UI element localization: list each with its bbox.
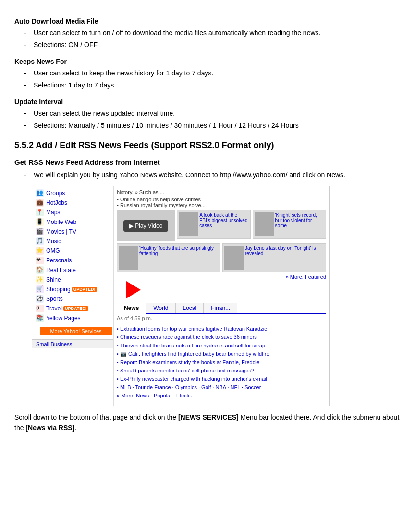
fbi-img: [179, 212, 198, 236]
keeps-news-bullets: - User can select to keep the news histo…: [24, 68, 401, 90]
nav-item-realestate[interactable]: 🏠 Real Estate: [32, 265, 113, 275]
news-item-8: ▪ MLB · Tour de France · Olympics · Golf…: [117, 384, 326, 391]
news-link-3[interactable]: ▪ Thieves steal the brass nuts off fire …: [117, 343, 265, 348]
auto-download-section: Auto Download Media File - User can sele…: [14, 17, 401, 50]
yahoo-nav: 👥 Groups 💼 HotJobs 📍 Maps 📱 Mobile Web 🎬: [32, 186, 329, 406]
music-link[interactable]: Music: [46, 238, 61, 245]
right-bullets: • Online hangouts help solve crimes • Ru…: [117, 197, 326, 208]
update-interval-bullets: - User can select the news updated inter…: [24, 109, 401, 131]
nav-item-travel[interactable]: ✈ Travel UPDATED!: [32, 304, 113, 313]
maps-icon: 📍: [36, 209, 44, 216]
sports-icon: ⚽: [36, 295, 44, 303]
leno-article-box: Jay Leno's last day on 'Tonight' is reve…: [222, 243, 326, 272]
get-rss-section: Get RSS News Feed Address from Internet …: [14, 158, 401, 406]
hotjobs-link[interactable]: HotJobs: [46, 199, 67, 206]
news-services-highlight: [NEWS SERVICES]: [178, 413, 239, 421]
yahoo-screenshot: 👥 Groups 💼 HotJobs 📍 Maps 📱 Mobile Web 🎬: [32, 186, 330, 406]
news-item-2: ▪ Chinese rescuers race against the cloc…: [117, 334, 326, 341]
featured-row-2: 'Healthy' foods that are surprisingly fa…: [117, 243, 326, 272]
more-featured: » More: Featured: [117, 274, 326, 280]
tab-finance[interactable]: Finan...: [204, 303, 237, 313]
knight-text: 'Knight' sets record, but too violent fo…: [275, 212, 324, 236]
nav-item-maps[interactable]: 📍 Maps: [32, 208, 113, 217]
bullet-item: - Selections: Manually / 5 minutes / 10 …: [24, 121, 401, 131]
bullet-hangouts: • Online hangouts help solve crimes: [117, 197, 326, 202]
video-box: ▶ Play Video: [117, 210, 175, 241]
bullet-item: - User can select to keep the news histo…: [24, 68, 401, 78]
news-item-7: ▪ Ex-Philly newscaster charged with hack…: [117, 375, 326, 383]
groups-icon: 👥: [36, 189, 44, 197]
history-text: history. » Such as ... • Online hangouts…: [117, 189, 326, 208]
auto-download-heading: Auto Download Media File: [14, 17, 401, 25]
nav-item-music[interactable]: 🎵 Music: [32, 236, 113, 246]
nav-item-mobile[interactable]: 📱 Mobile Web: [32, 217, 113, 227]
play-button[interactable]: ▶ Play Video: [123, 220, 169, 232]
shopping-link[interactable]: Shopping: [46, 286, 71, 293]
news-item-5: ▪ Report: Bank examiners study the books…: [117, 359, 326, 366]
news-time: As of 4:59 p.m.: [117, 315, 326, 321]
omg-link[interactable]: OMG: [46, 247, 60, 254]
yahoo-main-content: history. » Such as ... • Online hangouts…: [114, 186, 329, 406]
nav-item-shine[interactable]: ✨ Shine: [32, 275, 113, 285]
news-item-1: ▪ Extradition looms for top war crimes f…: [117, 325, 326, 333]
news-link-7[interactable]: ▪ Ex-Philly newscaster charged with hack…: [117, 376, 267, 382]
tab-news[interactable]: News: [117, 303, 146, 314]
shopping-icon: 🛒: [36, 285, 44, 293]
nav-item-hotjobs[interactable]: 💼 HotJobs: [32, 198, 113, 208]
travel-link[interactable]: Travel: [46, 305, 62, 312]
nav-item-omg[interactable]: ⭐ OMG: [32, 246, 113, 256]
fbi-text: A look back at the FBI's biggest unsolve…: [199, 212, 248, 236]
featured-row-1: ▶ Play Video A look back at the FBI's bi…: [117, 210, 326, 241]
nav-item-shopping[interactable]: 🛒 Shopping UPDATED!: [32, 285, 113, 294]
mobile-link[interactable]: Mobile Web: [46, 219, 76, 225]
news-link-4[interactable]: ▪ 📷 Calif. firefighters find frightened …: [117, 351, 269, 357]
bullet-item: - User can select to turn on / off to do…: [24, 28, 401, 38]
realestate-link[interactable]: Real Estate: [46, 267, 76, 273]
personals-icon: ❤: [36, 257, 44, 264]
news-item-3: ▪ Thieves steal the brass nuts off fire …: [117, 342, 326, 349]
knight-img: [255, 212, 274, 236]
groups-link[interactable]: Groups: [46, 190, 65, 197]
auto-download-bullets: - User can select to turn on / off to do…: [24, 28, 401, 50]
yellowpages-icon: 📚: [36, 314, 44, 322]
nav-item-yellowpages[interactable]: 📚 Yellow Pages: [32, 313, 113, 323]
nav-item-movies[interactable]: 🎬 Movies | TV: [32, 227, 113, 236]
bullet-russian: • Russian royal family mystery solve...: [117, 202, 326, 208]
tab-world[interactable]: World: [146, 303, 175, 313]
leno-text: Jay Leno's last day on 'Tonight' is reve…: [245, 246, 324, 270]
yellowpages-link[interactable]: Yellow Pages: [46, 315, 81, 322]
nav-item-sports[interactable]: ⚽ Sports: [32, 294, 113, 304]
news-link-1[interactable]: ▪ Extradition looms for top war crimes f…: [117, 326, 267, 332]
red-arrow-icon: [126, 281, 141, 298]
maps-link[interactable]: Maps: [46, 209, 60, 216]
small-biz-link[interactable]: Small Business: [36, 341, 72, 347]
more-services-button[interactable]: More Yahoo! Services: [40, 327, 112, 335]
sports-link[interactable]: Sports: [46, 296, 63, 302]
arrow-row: » More: Featured: [117, 274, 326, 280]
news-link-2[interactable]: ▪ Chinese rescuers race against the cloc…: [117, 334, 257, 340]
nav-item-personals[interactable]: ❤ Personals: [32, 256, 113, 265]
news-more: » More: News · Popular · Electi...: [117, 392, 326, 399]
movies-link[interactable]: Movies | TV: [46, 228, 76, 235]
music-icon: 🎵: [36, 237, 44, 245]
leno-img: [224, 246, 244, 270]
shine-icon: ✨: [36, 276, 44, 284]
news-link-6[interactable]: ▪ Should parents monitor teens' cell pho…: [117, 368, 254, 373]
news-tabs: News World Local Finan...: [117, 303, 326, 314]
nav-item-groups[interactable]: 👥 Groups: [32, 188, 113, 198]
healthy-img: [119, 246, 138, 270]
personals-link[interactable]: Personals: [46, 257, 72, 264]
hotjobs-icon: 💼: [36, 199, 44, 207]
news-link-5[interactable]: ▪ Report: Bank examiners study the books…: [117, 359, 259, 365]
tab-local[interactable]: Local: [175, 303, 204, 313]
fbi-article-box: A look back at the FBI's biggest unsolve…: [177, 210, 250, 239]
bullet-item: - We will explain you by using Yahoo New…: [24, 170, 401, 180]
news-link-8[interactable]: ▪ MLB · Tour de France · Olympics · Golf…: [117, 384, 261, 390]
mobile-icon: 📱: [36, 218, 44, 226]
shine-link[interactable]: Shine: [46, 276, 61, 283]
update-interval-heading: Update Interval: [14, 98, 401, 106]
yahoo-left-nav: 👥 Groups 💼 HotJobs 📍 Maps 📱 Mobile Web 🎬: [32, 186, 114, 406]
news-item-4: ▪ 📷 Calif. firefighters find frightened …: [117, 350, 326, 358]
news-items-list: ▪ Extradition looms for top war crimes f…: [117, 322, 326, 403]
realestate-icon: 🏠: [36, 266, 44, 274]
